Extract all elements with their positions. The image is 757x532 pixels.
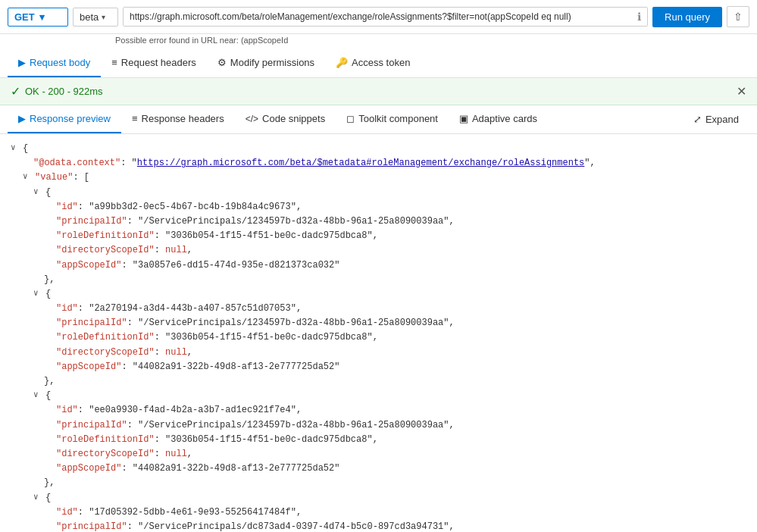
collapse-item1-icon[interactable]: ∨ (33, 186, 44, 199)
expand-icon: ⤢ (693, 114, 702, 125)
version-label: beta (80, 11, 99, 23)
request-headers-icon: ≡ (111, 57, 117, 68)
version-select[interactable]: beta ▾ (73, 8, 118, 27)
tab-modify-permissions[interactable]: ⚙ Modify permissions (207, 49, 325, 77)
collapse-item4-icon[interactable]: ∨ (33, 491, 44, 505)
top-bar: GET ▾ beta ▾ ℹ Run query ⇧ (0, 0, 757, 34)
json-value-open: ∨ "value" : [ (11, 171, 746, 185)
request-body-label: Request body (30, 57, 90, 68)
item1-app: "appScopeId" : "3a0857e6-dd15-474d-935e-… (11, 258, 746, 273)
access-token-icon: 🔑 (336, 57, 348, 68)
item1-principal: "principalId" : "/ServicePrincipals/1234… (11, 214, 746, 229)
run-query-button[interactable]: Run query (652, 7, 722, 27)
url-error-hint: Possible error found in URL near: (appSc… (0, 34, 757, 49)
toolkit-component-label: Toolkit component (358, 113, 438, 124)
response-tabs: ▶ Response preview ≡ Response headers </… (0, 105, 757, 134)
item1-dir: "directoryScopeId" : null , (11, 243, 746, 258)
tab-code-snippets[interactable]: </> Code snippets (235, 105, 336, 133)
item1-id: "id" : "a99bb3d2-0ec5-4b67-bc4b-19b84a4c… (11, 200, 746, 214)
share-button[interactable]: ⇧ (727, 6, 749, 27)
item2-role: "roleDefinitionId" : "3036b054-1f15-4f51… (11, 330, 746, 345)
tab-response-preview[interactable]: ▶ Response preview (8, 105, 121, 133)
item3-app: "appScopeId" : "44082a91-322b-49d8-af13-… (11, 462, 746, 476)
method-label: GET (14, 11, 35, 23)
item4-principal: "principalId" : "/ServicePrincipals/dc87… (11, 520, 746, 532)
expand-label: Expand (705, 114, 739, 125)
response-headers-icon: ≡ (132, 113, 138, 124)
item2-dir: "directoryScopeId" : null , (11, 346, 746, 360)
item2-id: "id" : "2a270194-a3d4-443b-a407-857c51d0… (11, 302, 746, 316)
item2-close: }, (11, 374, 746, 389)
status-ok-icon: ✓ (11, 84, 20, 99)
info-icon[interactable]: ℹ (637, 11, 641, 23)
adaptive-cards-icon: ▣ (459, 113, 468, 124)
item4-open: ∨ { (11, 491, 746, 505)
tab-toolkit-component[interactable]: ◻ Toolkit component (336, 105, 449, 133)
item3-id: "id" : "ee0a9930-f4ad-4b2a-a3b7-ad1ec921… (11, 403, 746, 418)
code-snippets-icon: </> (246, 114, 258, 124)
method-select[interactable]: GET ▾ (8, 8, 68, 27)
tab-adaptive-cards[interactable]: ▣ Adaptive cards (449, 105, 548, 133)
method-chevron-icon: ▾ (39, 11, 45, 23)
version-chevron-icon: ▾ (102, 13, 105, 21)
code-snippets-label: Code snippets (262, 113, 325, 124)
request-headers-label: Request headers (121, 57, 196, 68)
status-bar: ✓ OK - 200 - 922ms ✕ (0, 78, 757, 105)
json-context-line: "@odata.context" : " https://graph.micro… (11, 156, 746, 171)
item3-dir: "directoryScopeId" : null , (11, 447, 746, 462)
tab-response-headers[interactable]: ≡ Response headers (121, 105, 235, 133)
modify-permissions-label: Modify permissions (230, 57, 314, 68)
json-root-open: ∨ { (11, 142, 746, 156)
item4-id: "id" : "17d05392-5dbb-4e61-9e93-55256417… (11, 505, 746, 520)
access-token-label: Access token (352, 57, 410, 68)
status-label: OK - 200 - 922ms (25, 86, 103, 97)
item2-principal: "principalId" : "/ServicePrincipals/1234… (11, 316, 746, 330)
response-preview-label: Response preview (30, 113, 111, 124)
tab-request-headers[interactable]: ≡ Request headers (101, 49, 207, 77)
url-input[interactable] (124, 8, 647, 26)
adaptive-cards-label: Adaptive cards (472, 113, 537, 124)
collapse-value-icon[interactable]: ∨ (23, 171, 33, 184)
share-icon: ⇧ (734, 11, 743, 23)
tab-access-token[interactable]: 🔑 Access token (325, 49, 421, 77)
item2-open: ∨ { (11, 287, 746, 302)
item3-role: "roleDefinitionId" : "3036b054-1f15-4f51… (11, 433, 746, 447)
modify-permissions-icon: ⚙ (217, 57, 227, 68)
context-url-link[interactable]: https://graph.microsoft.com/beta/$metada… (137, 156, 585, 171)
item3-principal: "principalId" : "/ServicePrincipals/1234… (11, 418, 746, 433)
toolkit-component-icon: ◻ (346, 113, 355, 124)
collapse-root-icon[interactable]: ∨ (11, 142, 21, 155)
tab-request-body[interactable]: ▶ Request body (8, 49, 101, 77)
expand-button[interactable]: ⤢ Expand (683, 106, 749, 133)
item1-role: "roleDefinitionId" : "3036b054-1f15-4f51… (11, 229, 746, 243)
context-key: "@odata.context" (33, 156, 120, 171)
collapse-item3-icon[interactable]: ∨ (33, 389, 44, 402)
status-ok: ✓ OK - 200 - 922ms (11, 84, 103, 99)
response-headers-label: Response headers (142, 113, 224, 124)
item1-close: }, (11, 273, 746, 287)
response-preview-icon: ▶ (18, 113, 26, 124)
json-response-area[interactable]: ∨ { "@odata.context" : " https://graph.m… (0, 134, 757, 532)
value-key: "value" (35, 171, 73, 185)
item3-close: }, (11, 476, 746, 490)
url-input-wrapper: ℹ (123, 7, 648, 27)
status-close-icon[interactable]: ✕ (737, 84, 746, 99)
item2-app: "appScopeId" : "44082a91-322b-49d8-af13-… (11, 360, 746, 374)
request-body-icon: ▶ (18, 57, 26, 68)
item1-open: ∨ { (11, 186, 746, 200)
collapse-item2-icon[interactable]: ∨ (33, 287, 44, 301)
request-tabs: ▶ Request body ≡ Request headers ⚙ Modif… (0, 49, 757, 78)
item3-open: ∨ { (11, 389, 746, 403)
